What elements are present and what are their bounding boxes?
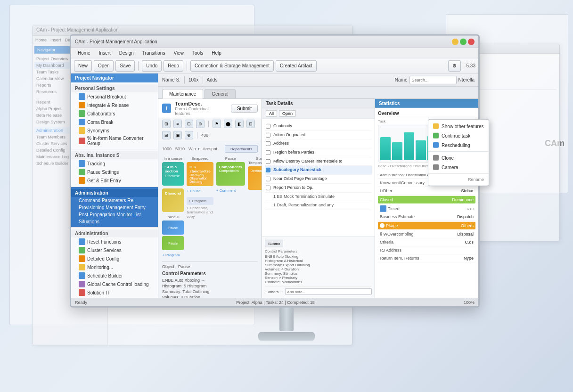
- detail-content: Continuity Adorn Originated Address: [262, 119, 375, 237]
- maximize-button[interactable]: [460, 38, 467, 45]
- ctx-clone[interactable]: Clone: [428, 153, 489, 163]
- kanban-ctrl-1[interactable]: Departments: [225, 145, 258, 153]
- tab-maintenance[interactable]: Maintenance: [162, 89, 203, 99]
- monitor-screen: CAm - Project Management Application Hom…: [70, 34, 480, 308]
- icon-toolbar-item-9[interactable]: ⊞: [162, 131, 171, 139]
- sidebar-item-6[interactable]: % In-form Name Converter Group: [71, 135, 158, 147]
- camera-icon: [433, 164, 439, 170]
- sidebar-item-doc-7[interactable]: Solution IT: [71, 288, 158, 297]
- sidebar-item-2[interactable]: Integrate & Release: [71, 101, 158, 109]
- close-button[interactable]: [468, 38, 475, 45]
- sidebar-section-projects: Abs. Ins. Instance S Tracking Pause Sett…: [71, 149, 158, 187]
- kanban-card-4[interactable]: Components Compositions: [216, 162, 245, 186]
- icon-toolbar-item-1[interactable]: ⊞: [162, 120, 171, 128]
- detail-filter-all[interactable]: All: [266, 110, 277, 117]
- rp-row-criteria: Criteria C.ds: [378, 238, 475, 246]
- rp-row-overtempling: § WOvercompling Disposal: [378, 230, 475, 238]
- kanban-small-card-1[interactable]: Pause: [162, 220, 184, 235]
- ctx-show-features[interactable]: Show other features: [428, 122, 489, 131]
- detail-checkbox-3[interactable]: [266, 141, 270, 146]
- ctx-continue-task[interactable]: Continue task: [428, 131, 489, 140]
- status-ready: Ready: [75, 300, 87, 304]
- menu-home[interactable]: Home: [74, 49, 94, 57]
- detail-row-1: Continuity: [265, 122, 372, 131]
- sidebar-icon-d3: [79, 255, 85, 262]
- toolbar-open[interactable]: Open: [94, 60, 114, 71]
- minimize-button[interactable]: [452, 38, 458, 45]
- detail-checkbox-6[interactable]: [266, 168, 270, 172]
- sidebar-item-admin-1[interactable]: Command Parameters Re: [71, 197, 158, 204]
- kanban-bottom: Object Pause Control Parameters ENBE Aut…: [162, 261, 258, 298]
- toolbar-undo[interactable]: Undo: [142, 60, 162, 71]
- detail-footer-input[interactable]: [285, 288, 372, 295]
- menu-bar: Home Insert Design Transitions View Tool…: [71, 48, 478, 58]
- kanban-small-card-2[interactable]: Pause: [162, 236, 184, 250]
- kanban-card-3[interactable]: O 6 standardize Discovery Observation De…: [187, 162, 213, 186]
- icon-toolbar-item-4[interactable]: ⊕: [196, 120, 205, 128]
- detail-checkbox-2[interactable]: [266, 132, 270, 137]
- ctx-rescheduling[interactable]: Rescheduling: [428, 140, 489, 150]
- sidebar-item-doc-1[interactable]: Reset Functions: [71, 237, 158, 246]
- icon-toolbar-item-5[interactable]: ⚑: [213, 120, 221, 128]
- sidebar-icon-3: [79, 110, 85, 117]
- toolbar-settings[interactable]: ⚙: [448, 60, 461, 71]
- menu-view[interactable]: View: [170, 49, 188, 57]
- rp-row-2: LiDber Stobar: [378, 187, 475, 195]
- detail-filter-open[interactable]: Open: [279, 110, 296, 117]
- sidebar-item-8[interactable]: Pause Settings: [71, 168, 158, 176]
- menu-help[interactable]: Help: [208, 49, 225, 57]
- kanban-card-1[interactable]: 14 m 5 section Otherwise: [162, 162, 184, 186]
- detail-checkbox-1[interactable]: [266, 124, 270, 129]
- detail-panel-header: Task Details: [262, 99, 375, 108]
- toolbar-new[interactable]: New: [74, 60, 92, 71]
- icon-toolbar-item-3[interactable]: ⊟: [185, 120, 193, 128]
- detail-row-7: Near Orbit Page Percentage: [265, 175, 372, 184]
- icon-toolbar-item-7[interactable]: ◧: [235, 120, 244, 128]
- sidebar-section-docs: Administration Reset Functions Cluster S…: [71, 228, 158, 298]
- detail-footer-btn[interactable]: Submit: [265, 240, 283, 247]
- detail-checkbox-8[interactable]: [266, 186, 270, 190]
- sidebar-item-9[interactable]: Get & Edit Entry: [71, 176, 158, 185]
- sidebar-item-admin-3[interactable]: Post-Propagation Monitor List: [71, 211, 158, 218]
- sidebar-item-5[interactable]: Synonyms: [71, 126, 158, 135]
- icon-toolbar-item-6[interactable]: ⬤: [224, 120, 232, 128]
- program-link[interactable]: + Program: [187, 197, 213, 205]
- sidebar-item-7[interactable]: Tracking: [71, 159, 158, 168]
- sidebar-item-admin-4[interactable]: Situations: [71, 218, 158, 225]
- ctx-camera[interactable]: Camera: [428, 163, 489, 172]
- sidebar-item-4[interactable]: Coma Break: [71, 118, 158, 126]
- icon-toolbar-item-2[interactable]: ≡: [173, 120, 182, 128]
- menu-tools[interactable]: Tools: [188, 49, 207, 57]
- sidebar-icon-d7: [79, 289, 85, 296]
- sidebar-item-admin-2[interactable]: Provisioning Management Entry: [71, 204, 158, 211]
- toolbar-connection-storage[interactable]: Connection & Storage Management: [190, 60, 274, 71]
- sidebar-item-doc-2[interactable]: Cluster Services: [71, 246, 158, 254]
- sidebar-item-doc-4[interactable]: Monitoring...: [71, 263, 158, 271]
- toolbar-redo[interactable]: Redo: [164, 60, 183, 71]
- icon-toolbar-item-11[interactable]: ⊕: [185, 131, 193, 139]
- sidebar-item-1[interactable]: Personal Breakout: [71, 92, 158, 101]
- kanban-card-5[interactable]: Destination: [248, 166, 262, 190]
- menu-insert[interactable]: Insert: [95, 49, 115, 57]
- icon-toolbar-item-10[interactable]: ▣: [173, 131, 182, 139]
- kanban-card-2[interactable]: Diamond: [162, 188, 184, 212]
- add-task-link[interactable]: + Program: [162, 253, 184, 257]
- sidebar-item-doc-6[interactable]: Global Cache Control loading: [71, 280, 158, 288]
- sidebar-icon-d6: [79, 281, 85, 287]
- toolbar-save[interactable]: Save: [115, 60, 135, 71]
- detail-checkbox-4[interactable]: [266, 150, 270, 155]
- sidebar-icon-d4: [79, 264, 85, 270]
- toolbar-created-artifact[interactable]: Created Artifact: [276, 60, 317, 71]
- form-icon: i: [162, 104, 171, 113]
- detail-checkbox-5[interactable]: [266, 159, 270, 164]
- form-submit-btn[interactable]: Submit: [231, 104, 258, 112]
- search-input[interactable]: [409, 75, 457, 84]
- detail-checkbox-7[interactable]: [266, 177, 270, 181]
- sidebar-item-doc-3[interactable]: Detailed Config: [71, 254, 158, 263]
- sidebar-item-doc-5[interactable]: Schedule Builder: [71, 271, 158, 280]
- menu-design[interactable]: Design: [115, 49, 138, 57]
- icon-toolbar-item-8[interactable]: ⊟: [246, 120, 255, 128]
- sidebar-item-3[interactable]: Collaborators: [71, 109, 158, 118]
- tab-general[interactable]: General: [205, 89, 236, 98]
- menu-transitions[interactable]: Transitions: [139, 49, 169, 57]
